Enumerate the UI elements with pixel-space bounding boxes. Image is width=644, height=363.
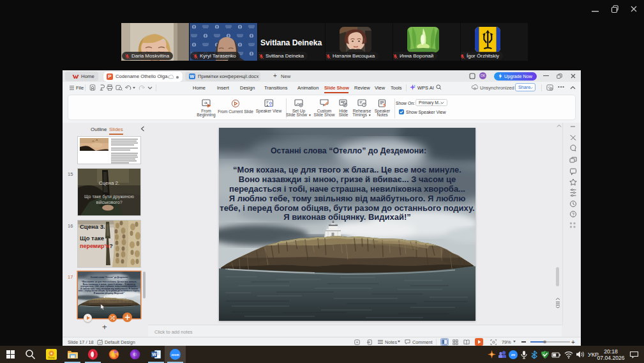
svg-text:Що таке: Що таке (80, 235, 104, 242)
svg-text:перемир’я?: перемир’я? (80, 243, 113, 249)
svg-text:військового?: військового? (96, 200, 122, 205)
svg-text:Сцена 2.: Сцена 2. (99, 180, 119, 186)
svg-text:zoom: zoom (172, 353, 179, 357)
svg-text:W: W (152, 352, 156, 357)
svg-text:Плеер: Плеер (49, 357, 55, 359)
svg-text:Що таке бути дружиною: Що таке бути дружиною (84, 194, 134, 199)
svg-text:Сцена 3.: Сцена 3. (80, 223, 105, 230)
svg-text:zm: zm (511, 353, 515, 357)
